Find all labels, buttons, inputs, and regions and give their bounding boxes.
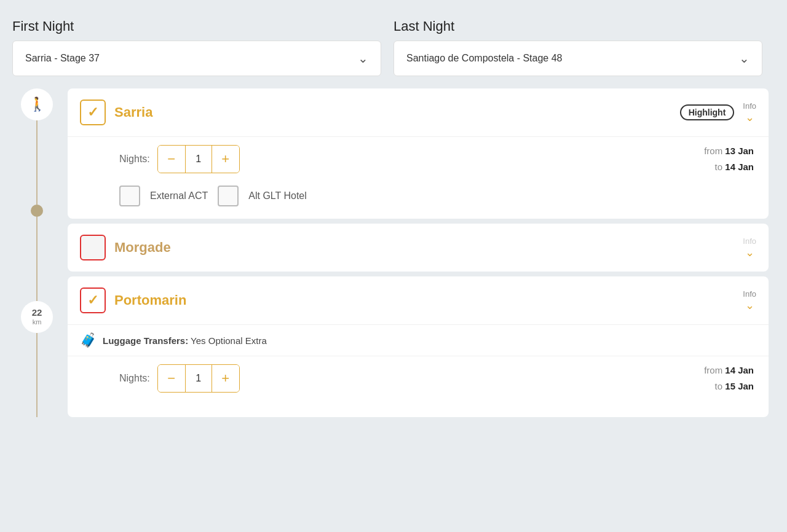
timeline-line-3 [36,333,38,417]
checkmark-icon: ✓ [87,292,98,308]
sarria-nights-row: Nights: − 1 + from 13 Jan to 14 Jan [82,143,754,174]
walking-icon-top: 🚶 [21,88,53,120]
stage-card-portomarin: ✓ Portomarin Info ⌄ 🧳 Luggage Transfers:… [68,276,769,417]
alt-glt-checkbox[interactable] [218,186,239,206]
portomarin-info-button[interactable]: Info ⌄ [743,289,756,312]
luggage-label: Luggage Transfers: [103,335,188,346]
nights-value-portomarin: 1 [185,365,212,392]
timeline-line-1 [36,120,38,205]
nights-label: Nights: [119,154,150,165]
chevron-down-icon: ⌄ [739,51,749,66]
info-label: Info [743,237,756,246]
timeline-sidebar: 🚶 22 km [6,88,68,417]
external-act-label: External ACT [150,190,208,201]
morgade-checkbox[interactable] [80,235,106,260]
luggage-icon: 🧳 [80,332,97,348]
alt-glt-label: Alt GLT Hotel [248,190,307,201]
from-date-portomarin: 14 Jan [725,365,754,375]
first-night-dropdown[interactable]: Sarria - Stage 37 ⌄ [12,41,381,76]
timeline-line-2 [36,217,38,301]
nights-value-sarria: 1 [185,146,212,173]
highlight-badge[interactable]: Highlight [680,104,735,120]
last-night-dropdown[interactable]: Santiago de Compostela - Stage 48 ⌄ [394,41,762,76]
from-date-sarria: 13 Jan [725,146,754,156]
from-label: from [704,365,722,375]
external-act-checkbox[interactable] [119,186,140,206]
morgade-info-button[interactable]: Info ⌄ [743,237,756,259]
info-chevron-icon: ⌄ [745,246,754,259]
to-date-sarria: 14 Jan [725,162,754,172]
sarria-checkbox[interactable]: ✓ [80,100,106,125]
stage-header-portomarin: ✓ Portomarin Info ⌄ [68,276,769,324]
nights-decrease-sarria[interactable]: − [158,146,185,173]
last-night-label: Last Night [394,18,762,34]
stage-header-morgade: Morgade Info ⌄ [68,224,769,272]
portomarin-dates: from 14 Jan to 15 Jan [704,362,754,394]
info-label: Info [743,101,756,111]
km-value: 22 [32,307,42,318]
portomarin-details: Nights: − 1 + from 14 Jan to 15 Jan [68,356,769,417]
stages-list: ✓ Sarria Highlight Info ⌄ Nights: − 1 [68,88,769,417]
sarria-info-button[interactable]: Info ⌄ [743,101,756,124]
nights-decrease-portomarin[interactable]: − [158,365,185,392]
to-label: to [715,381,723,391]
nights-control-portomarin: − 1 + [157,364,240,393]
info-chevron-icon: ⌄ [745,111,754,124]
last-night-group: Last Night Santiago de Compostela - Stag… [394,18,762,76]
portomarin-name: Portomarin [114,292,734,308]
checkmark-icon: ✓ [87,104,98,120]
portomarin-luggage-row: 🧳 Luggage Transfers: Yes Optional Extra [68,324,769,356]
sarria-options-row: External ACT Alt GLT Hotel [119,186,754,206]
first-night-group: First Night Sarria - Stage 37 ⌄ [12,18,381,76]
nights-increase-portomarin[interactable]: + [212,365,239,392]
stage-card-morgade: Morgade Info ⌄ [68,224,769,272]
timeline-dot [31,205,43,217]
sarria-details: Nights: − 1 + from 13 Jan to 14 Jan [68,136,769,219]
first-night-label: First Night [12,18,381,34]
morgade-name: Morgade [114,240,734,256]
first-night-value: Sarria - Stage 37 [25,53,100,64]
sarria-name: Sarria [114,104,665,120]
to-date-portomarin: 15 Jan [725,381,754,391]
sarria-dates: from 13 Jan to 14 Jan [704,143,754,174]
nights-control-sarria: − 1 + [157,145,240,173]
portomarin-checkbox[interactable]: ✓ [80,288,106,313]
luggage-value: Yes Optional Extra [191,335,267,346]
nights-label: Nights: [119,373,150,384]
stage-card-sarria: ✓ Sarria Highlight Info ⌄ Nights: − 1 [68,88,769,219]
info-label: Info [743,289,756,299]
km-unit: km [33,318,42,326]
from-label: from [704,146,722,156]
distance-circle: 22 km [21,301,53,333]
portomarin-nights-row: Nights: − 1 + from 14 Jan to 15 Jan [82,362,754,394]
to-label: to [715,162,723,172]
chevron-down-icon: ⌄ [358,51,368,66]
last-night-value: Santiago de Compostela - Stage 48 [406,53,563,64]
stage-header-sarria: ✓ Sarria Highlight Info ⌄ [68,88,769,136]
nights-increase-sarria[interactable]: + [212,146,239,173]
info-chevron-icon: ⌄ [745,299,754,312]
luggage-text: Luggage Transfers: Yes Optional Extra [103,335,267,346]
